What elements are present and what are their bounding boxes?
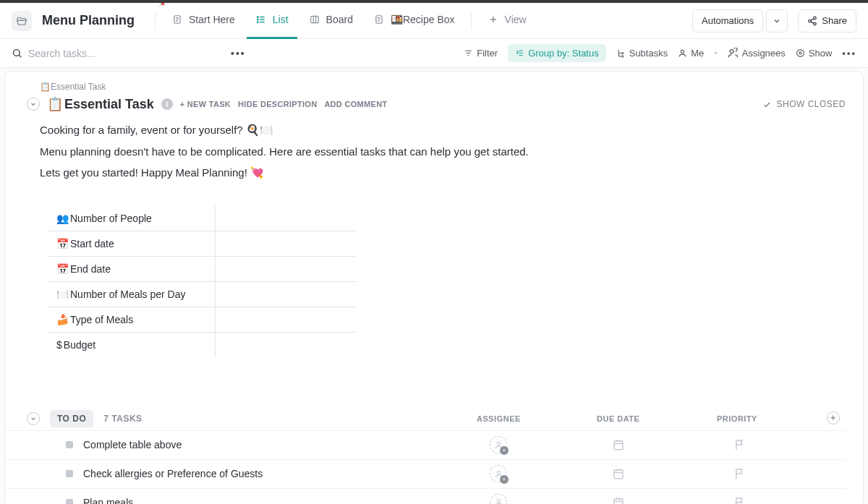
task-name[interactable]: Plan meals: [83, 497, 133, 505]
task-row[interactable]: Complete table above+: [5, 430, 846, 459]
toolbar: ••• Filter Group by: Status Subtasks Me …: [0, 39, 868, 68]
automations-button[interactable]: Automations: [692, 9, 763, 33]
svg-point-14: [796, 50, 804, 57]
me-label: Me: [691, 48, 704, 59]
task-status-icon[interactable]: [66, 441, 73, 448]
field-value[interactable]: [216, 231, 357, 256]
breadcrumb[interactable]: 📋Essential Task: [5, 72, 863, 96]
task-name[interactable]: Check allergies or Preference of Guests: [83, 468, 263, 479]
due-date-cell[interactable]: [604, 467, 633, 480]
status-pill[interactable]: TO DO: [50, 410, 93, 427]
task-status-icon[interactable]: [66, 499, 73, 505]
field-value[interactable]: [216, 256, 357, 281]
field-row[interactable]: 📅End date: [48, 256, 357, 281]
folder-icon[interactable]: [12, 11, 32, 31]
tab-label: View: [505, 14, 527, 25]
filter-button[interactable]: Filter: [464, 48, 498, 59]
add-assignee-icon[interactable]: +: [490, 465, 507, 482]
automations-label: Automations: [702, 15, 754, 26]
col-priority[interactable]: PRIORITY: [717, 414, 757, 423]
field-row[interactable]: 🍰Type of Meals: [48, 307, 357, 332]
field-row[interactable]: 👥Number of People: [48, 205, 357, 231]
search-icon: [12, 48, 22, 59]
show-label: Show: [809, 48, 833, 59]
add-column-button[interactable]: +: [827, 411, 840, 424]
field-icon: 🍽️: [56, 289, 69, 300]
description[interactable]: Cooking for a family, event or for yours…: [5, 112, 863, 182]
col-assignee[interactable]: ASSIGNEE: [477, 414, 521, 423]
desc-line: Lets get you started! Happy Meal Plannin…: [40, 163, 863, 182]
hide-description-button[interactable]: HIDE DESCRIPTION: [238, 100, 317, 108]
info-icon[interactable]: i: [161, 98, 173, 110]
pin-icon: 📌: [158, 0, 167, 7]
field-row[interactable]: $Budget: [48, 332, 357, 357]
header: Menu Planning 📌 Start Here List Board 🍱R…: [0, 3, 868, 39]
page-title[interactable]: Menu Planning: [42, 13, 135, 28]
board-icon: [309, 14, 320, 25]
add-assignee-icon[interactable]: +: [490, 436, 507, 453]
section-header: 📋Essential Task i + NEW TASK HIDE DESCRI…: [5, 96, 863, 112]
field-row[interactable]: 📅Start date: [48, 231, 357, 256]
field-icon: 📅: [56, 263, 69, 275]
task-status-icon[interactable]: [66, 470, 73, 477]
priority-cell[interactable]: [726, 438, 754, 451]
svg-point-20: [497, 499, 500, 502]
toolbar-more-icon[interactable]: •••: [842, 48, 856, 59]
field-label: 📅Start date: [48, 231, 216, 256]
field-value[interactable]: [216, 307, 357, 332]
tab-list[interactable]: List: [247, 3, 297, 39]
add-comment-button[interactable]: ADD COMMENT: [324, 100, 387, 108]
task-name[interactable]: Complete table above: [83, 439, 182, 450]
fields-table: 👥Number of People📅Start date📅End date🍽️N…: [47, 205, 357, 358]
collapse-toggle[interactable]: [27, 98, 40, 111]
assignee-cell[interactable]: +: [484, 465, 513, 482]
share-label: Share: [822, 15, 847, 26]
svg-point-9: [14, 50, 20, 56]
add-assignee-icon[interactable]: +: [490, 494, 507, 505]
share-button[interactable]: Share: [798, 9, 856, 33]
priority-cell[interactable]: [726, 467, 754, 480]
field-value[interactable]: [216, 205, 357, 231]
more-icon[interactable]: •••: [231, 48, 246, 59]
assignee-cell[interactable]: +: [484, 436, 513, 453]
field-row[interactable]: 🍽️Number of Meals per Day: [48, 281, 357, 307]
new-task-button[interactable]: + NEW TASK: [180, 100, 231, 108]
add-view-button[interactable]: View: [479, 3, 535, 39]
field-value[interactable]: [216, 332, 357, 357]
subtasks-button[interactable]: Subtasks: [616, 48, 668, 59]
tab-board[interactable]: Board: [300, 3, 362, 39]
due-date-cell[interactable]: [604, 496, 633, 505]
divider: [471, 12, 472, 30]
tab-label: 🍱Recipe Box: [391, 14, 455, 25]
group-collapse-toggle[interactable]: [27, 412, 40, 425]
desc-line: Cooking for a family, event or for yours…: [40, 121, 863, 140]
tab-recipe-box[interactable]: 🍱Recipe Box: [365, 3, 464, 39]
me-button[interactable]: Me: [678, 48, 704, 59]
title-text: Essential Task: [64, 97, 154, 112]
tab-start-here[interactable]: 📌 Start Here: [163, 3, 244, 39]
svg-point-3: [257, 22, 258, 22]
col-due-date[interactable]: DUE DATE: [597, 414, 639, 423]
task-row[interactable]: Check allergies or Preference of Guests+: [5, 459, 846, 488]
show-button[interactable]: Show: [796, 48, 833, 59]
search-input[interactable]: [28, 48, 173, 59]
doc-icon: [171, 14, 183, 25]
group-by-button[interactable]: Group by: Status: [508, 44, 606, 62]
doc-icon: [373, 14, 385, 25]
task-list: Complete table above+Check allergies or …: [5, 430, 846, 505]
due-date-cell[interactable]: [604, 438, 633, 451]
subtasks-label: Subtasks: [629, 48, 668, 59]
priority-cell[interactable]: [726, 496, 754, 505]
section-title[interactable]: 📋Essential Task: [47, 96, 154, 112]
task-row[interactable]: Plan meals+: [5, 488, 846, 505]
show-closed-button[interactable]: SHOW CLOSED: [762, 99, 846, 109]
assignee-cell[interactable]: +: [484, 494, 513, 505]
svg-point-8: [814, 22, 817, 25]
automations-dropdown[interactable]: [766, 9, 788, 33]
field-value[interactable]: [216, 281, 357, 307]
assignees-button[interactable]: Assignees: [728, 48, 786, 59]
svg-point-15: [799, 52, 801, 54]
field-icon: 📅: [56, 238, 69, 249]
field-label: 🍽️Number of Meals per Day: [48, 281, 216, 307]
field-icon: 🍰: [56, 314, 69, 325]
